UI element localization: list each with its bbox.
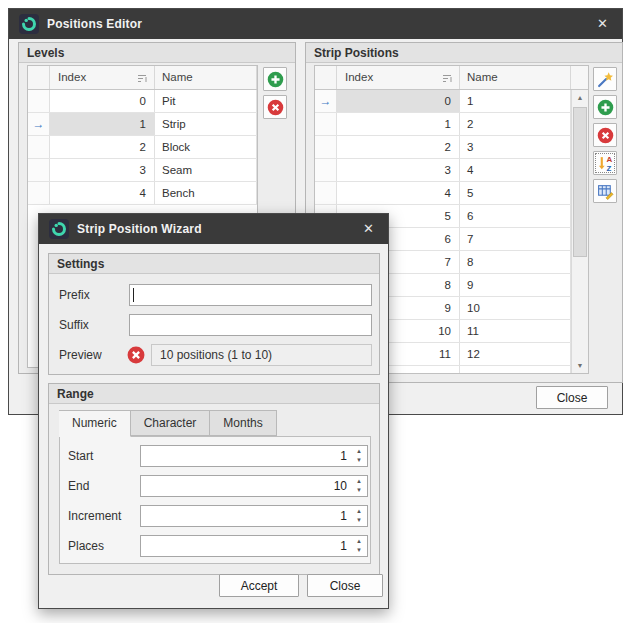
prefix-input[interactable] [129, 284, 372, 306]
strip-sort-button[interactable]: AZ [593, 151, 617, 175]
spinner: ▲ ▼ [352, 507, 366, 525]
name-cell[interactable]: Bench [155, 182, 257, 204]
edit-grid-icon [597, 183, 614, 200]
index-cell[interactable]: 0 [50, 90, 155, 112]
spin-field: ▲ ▼ [140, 505, 368, 527]
strip-position-wizard-window: Strip Position Wizard ✕ Settings Prefix … [38, 213, 389, 609]
strip-index-column-header[interactable]: Index [337, 66, 460, 89]
index-header-label: Index [345, 66, 373, 89]
name-cell[interactable]: 7 [460, 228, 571, 250]
name-cell[interactable]: 12 [460, 343, 571, 365]
levels-delete-button[interactable] [263, 95, 287, 119]
accept-button[interactable]: Accept [219, 574, 299, 597]
index-cell[interactable]: 1 [50, 113, 155, 135]
name-cell[interactable]: 4 [460, 159, 571, 181]
range-tab[interactable]: Numeric [59, 410, 131, 437]
index-cell[interactable]: 2 [50, 136, 155, 158]
index-cell[interactable]: 3 [337, 159, 460, 181]
name-cell[interactable]: 13 [460, 366, 571, 374]
spinner-down-icon[interactable]: ▼ [352, 516, 366, 525]
row-indicator-cell: → [315, 182, 337, 204]
name-cell[interactable]: 2 [460, 113, 571, 135]
name-cell[interactable]: 8 [460, 251, 571, 273]
spinner-up-icon[interactable]: ▲ [352, 537, 366, 546]
spin-field: ▲ ▼ [140, 535, 368, 557]
add-icon [597, 99, 614, 116]
strip-add-button[interactable] [593, 95, 617, 119]
field-label: End [68, 475, 89, 497]
positions-editor-titlebar[interactable]: Positions Editor ✕ [9, 9, 622, 39]
name-cell[interactable]: 10 [460, 297, 571, 319]
wizard-close-icon[interactable]: ✕ [363, 214, 374, 244]
spin-input[interactable] [140, 535, 368, 557]
strip-delete-button[interactable] [593, 123, 617, 147]
window-close-icon[interactable]: ✕ [597, 9, 608, 39]
scrollbar-thumb[interactable] [573, 107, 587, 257]
row-indicator-cell: → [28, 159, 50, 181]
levels-table-row[interactable]: → 3 Seam [28, 159, 257, 182]
strip-positions-table-row[interactable]: → 0 1 [315, 90, 571, 113]
preview-label: Preview [59, 344, 102, 366]
strip-positions-table-row[interactable]: → 1 2 [315, 113, 571, 136]
name-cell[interactable]: Seam [155, 159, 257, 181]
range-tab[interactable]: Character [131, 410, 211, 436]
levels-table-row[interactable]: → 0 Pit [28, 90, 257, 113]
scrollbar-down-icon[interactable]: ▼ [572, 358, 588, 374]
spinner-down-icon[interactable]: ▼ [352, 486, 366, 495]
name-cell[interactable]: Block [155, 136, 257, 158]
levels-add-button[interactable] [263, 67, 287, 91]
name-cell[interactable]: Pit [155, 90, 257, 112]
index-cell[interactable]: 4 [337, 182, 460, 204]
levels-name-column-header[interactable]: Name [155, 66, 257, 89]
strip-positions-table-row[interactable]: → 4 5 [315, 182, 571, 205]
range-tab[interactable]: Months [210, 410, 276, 436]
levels-table-row[interactable]: → 4 Bench [28, 182, 257, 205]
spinner-up-icon[interactable]: ▲ [352, 507, 366, 516]
main-close-button[interactable]: Close [536, 386, 608, 409]
spinner: ▲ ▼ [352, 447, 366, 465]
strip-positions-table-row[interactable]: → 3 4 [315, 159, 571, 182]
text-cursor [133, 288, 134, 302]
app-logo-icon [49, 219, 69, 239]
levels-table-row[interactable]: → 1 Strip [28, 113, 257, 136]
spin-input[interactable] [140, 505, 368, 527]
spinner-down-icon[interactable]: ▼ [352, 546, 366, 555]
vertical-scrollbar[interactable]: ▲ ▼ [571, 90, 588, 374]
wizard-titlebar[interactable]: Strip Position Wizard ✕ [39, 214, 388, 244]
wizard-close-button[interactable]: Close [307, 574, 383, 597]
row-indicator-cell: → [28, 136, 50, 158]
validation-error-icon [127, 346, 145, 364]
index-cell[interactable]: 4 [50, 182, 155, 204]
prefix-label: Prefix [59, 284, 90, 306]
preview-row: Preview 10 positions (1 to 10) [49, 344, 379, 366]
spin-input[interactable] [140, 475, 368, 497]
index-cell[interactable]: 0 [337, 90, 460, 112]
spinner-down-icon[interactable]: ▼ [352, 456, 366, 465]
row-indicator-cell: → [28, 182, 50, 204]
name-cell[interactable]: 6 [460, 205, 571, 227]
index-cell[interactable]: 3 [50, 159, 155, 181]
name-cell[interactable]: 11 [460, 320, 571, 342]
levels-index-column-header[interactable]: Index [50, 66, 155, 89]
name-cell[interactable]: 1 [460, 90, 571, 112]
app-logo-icon [19, 14, 39, 34]
strip-name-column-header[interactable]: Name [460, 66, 571, 89]
spinner-up-icon[interactable]: ▲ [352, 447, 366, 456]
strip-wizard-button[interactable] [593, 67, 617, 91]
row-indicator-cell: → [315, 159, 337, 181]
name-cell[interactable]: 5 [460, 182, 571, 204]
levels-table-row[interactable]: → 2 Block [28, 136, 257, 159]
row-indicator-cell: → [315, 90, 337, 112]
suffix-input[interactable] [129, 314, 372, 336]
name-cell[interactable]: Strip [155, 113, 257, 135]
name-cell[interactable]: 9 [460, 274, 571, 296]
name-cell[interactable]: 3 [460, 136, 571, 158]
strip-positions-table-row[interactable]: → 2 3 [315, 136, 571, 159]
spin-input[interactable] [140, 445, 368, 467]
index-cell[interactable]: 2 [337, 136, 460, 158]
scrollbar-up-icon[interactable]: ▲ [572, 90, 588, 106]
strip-edit-grid-button[interactable] [593, 179, 617, 203]
sort-order-icon [137, 73, 148, 83]
index-cell[interactable]: 1 [337, 113, 460, 135]
spinner-up-icon[interactable]: ▲ [352, 477, 366, 486]
